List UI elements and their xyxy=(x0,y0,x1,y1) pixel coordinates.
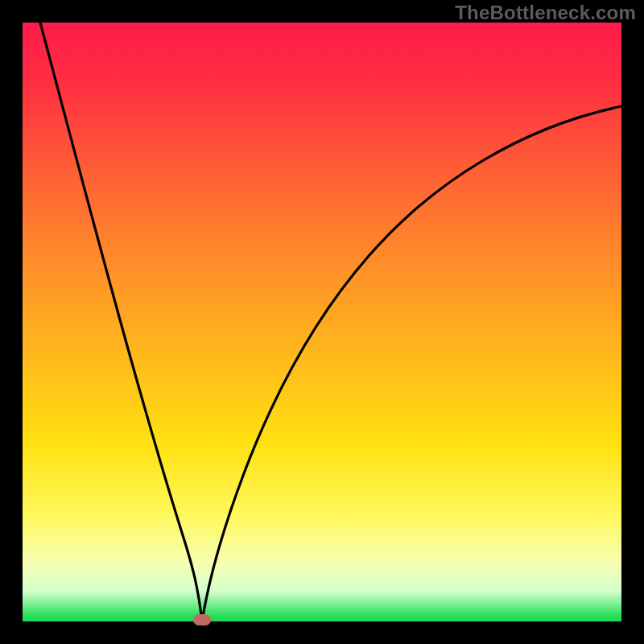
minimum-marker xyxy=(193,614,211,625)
curve-right-branch xyxy=(202,106,621,621)
plot-area xyxy=(23,23,621,621)
chart-frame: TheBottleneck.com xyxy=(0,0,644,644)
curve-left-branch xyxy=(40,23,202,621)
watermark-text: TheBottleneck.com xyxy=(455,2,636,24)
bottleneck-curve xyxy=(23,23,621,621)
